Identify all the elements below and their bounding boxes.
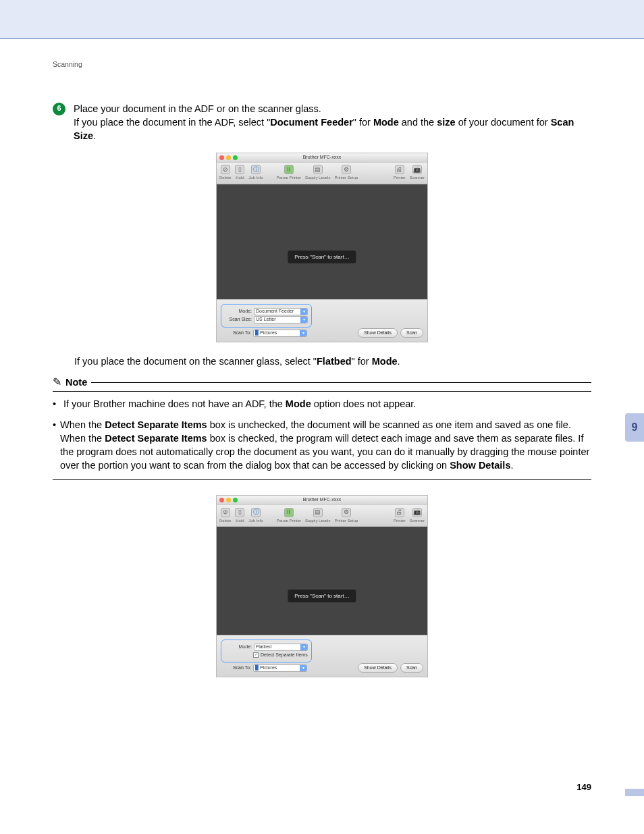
- pause-printer-button[interactable]: ⏸Pause Printer: [277, 165, 301, 180]
- screenshot-flatbed: Brother MFC-xxxx ⊘Delete ▯Hold ⓘJob Info…: [216, 495, 428, 677]
- scansize-select[interactable]: US Letter▾: [254, 316, 308, 323]
- toolbar: ⊘Delete ▯Hold ⓘJob Info ⏸Pause Printer ▤…: [217, 163, 427, 184]
- hold-button[interactable]: ▯Hold: [235, 165, 244, 180]
- scan-hint-tooltip: Press "Scan" to start…: [288, 590, 356, 602]
- mode-select[interactable]: Document Feeder▾: [254, 308, 308, 315]
- mid-instruction: If you place the document on the scanner…: [74, 355, 591, 368]
- scan-controls: Mode: Document Feeder▾ Scan Size: US Let…: [217, 299, 427, 342]
- step-line-2: If you place the document in the ADF, se…: [74, 115, 591, 143]
- breadcrumb: Scanning: [53, 59, 591, 70]
- scansize-label: Scan Size:: [225, 316, 252, 323]
- hold-button[interactable]: ▯Hold: [235, 508, 244, 523]
- scanto-label: Scan To:: [224, 330, 251, 336]
- delete-button[interactable]: ⊘Delete: [219, 508, 231, 523]
- printer-tab[interactable]: 🖨Printer: [394, 508, 406, 523]
- mode-select[interactable]: Flatbed▾: [254, 644, 308, 651]
- scanto-label: Scan To:: [224, 664, 251, 671]
- scan-button[interactable]: Scan: [400, 663, 423, 673]
- note-icon: ✎: [53, 375, 61, 390]
- window-titlebar: Brother MFC-xxxx: [217, 496, 427, 505]
- scan-controls: Mode: Flatbed▾ ✓ Detect Separate Items S…: [217, 635, 427, 677]
- supply-levels-button[interactable]: ▤Supply Levels: [305, 508, 330, 523]
- note-label: Note: [65, 375, 87, 389]
- scan-button[interactable]: Scan: [400, 328, 423, 338]
- printer-setup-button[interactable]: ⚙Printer Setup: [334, 508, 358, 523]
- printer-setup-button[interactable]: ⚙Printer Setup: [334, 165, 358, 180]
- chapter-tab: 9: [625, 413, 644, 442]
- header-band: [0, 0, 644, 39]
- toolbar: ⊘Delete ▯Hold ⓘJob Info ⏸Pause Printer ▤…: [217, 505, 427, 527]
- step-text: Place your document in the ADF or on the…: [74, 102, 591, 143]
- note-item-2: • When the Detect Separate Items box is …: [53, 418, 591, 473]
- note-block: ✎ Note • If your Brother machine does no…: [53, 375, 591, 480]
- show-details-button[interactable]: Show Details: [358, 663, 398, 673]
- step-number-badge: 6: [53, 103, 65, 115]
- scanto-select[interactable]: ▉Pictures▾: [253, 330, 307, 337]
- window-title: Brother MFC-xxxx: [217, 154, 427, 161]
- step-line-1: Place your document in the ADF or on the…: [74, 102, 591, 115]
- detect-separate-items-checkbox[interactable]: ✓: [253, 652, 259, 658]
- window-titlebar: Brother MFC-xxxx: [217, 153, 427, 163]
- scanner-tab[interactable]: 📠Scanner: [410, 165, 425, 180]
- highlighted-controls: Mode: Flatbed▾ ✓ Detect Separate Items: [221, 640, 312, 662]
- jobinfo-button[interactable]: ⓘJob Info: [248, 165, 263, 180]
- delete-button[interactable]: ⊘Delete: [219, 165, 231, 180]
- scanto-select[interactable]: ▉Pictures▾: [253, 664, 307, 672]
- pause-printer-button[interactable]: ⏸Pause Printer: [277, 508, 301, 523]
- detect-separate-items-label: Detect Separate Items: [261, 652, 308, 658]
- supply-levels-button[interactable]: ▤Supply Levels: [305, 165, 330, 180]
- screenshot-adf: Brother MFC-xxxx ⊘Delete ▯Hold ⓘJob Info…: [216, 153, 428, 342]
- scan-preview-area: Press "Scan" to start…: [217, 527, 427, 635]
- scanner-tab[interactable]: 📠Scanner: [410, 508, 425, 523]
- window-title: Brother MFC-xxxx: [217, 496, 427, 503]
- page-decoration: [625, 789, 644, 796]
- step-6: 6 Place your document in the ADF or on t…: [53, 102, 591, 143]
- show-details-button[interactable]: Show Details: [358, 328, 398, 338]
- scan-preview-area: Press "Scan" to start…: [217, 184, 427, 299]
- scan-hint-tooltip: Press "Scan" to start…: [288, 251, 356, 263]
- mode-label: Mode:: [225, 308, 252, 315]
- mode-label: Mode:: [225, 644, 252, 650]
- note-item-1: • If your Brother machine does not have …: [53, 397, 591, 411]
- page-number: 149: [576, 781, 591, 793]
- printer-tab[interactable]: 🖨Printer: [394, 165, 406, 180]
- highlighted-controls: Mode: Document Feeder▾ Scan Size: US Let…: [221, 304, 312, 328]
- jobinfo-button[interactable]: ⓘJob Info: [248, 508, 263, 523]
